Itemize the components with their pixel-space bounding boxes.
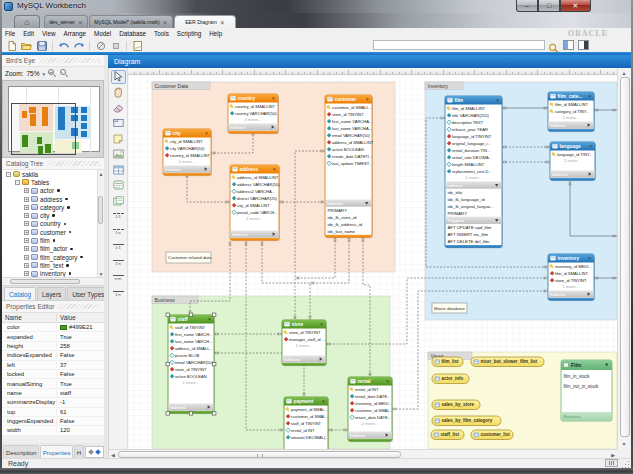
routine-group-tool-icon[interactable] (111, 194, 126, 208)
table-language[interactable]: languagelanguage_id TINY...2 more...Inde… (550, 142, 596, 181)
no-grid-icon[interactable] (94, 40, 107, 51)
table-store[interactable]: storestore_id TINYINTmanager_staff_id ..… (282, 320, 327, 366)
tree-expander-icon[interactable]: + (24, 246, 29, 251)
selection-handle[interactable] (166, 362, 169, 365)
tree-expander-icon[interactable]: + (24, 188, 29, 193)
tree-expander-icon[interactable]: + (24, 213, 29, 218)
tab-close-icon[interactable]: ✕ (163, 19, 168, 26)
tree-item-category[interactable]: +category (2, 203, 104, 211)
minimap-viewport[interactable] (11, 103, 76, 155)
tree-expander-icon[interactable]: + (24, 230, 29, 235)
tree-horizontal-scrollbar[interactable] (2, 277, 104, 285)
redo-icon[interactable] (72, 40, 85, 51)
table-film_cate[interactable]: film_cate...film_id SMALLINTcategory_id … (548, 92, 595, 132)
diagram-canvas[interactable]: Customer DataInventoryBusinessViewsCusto… (128, 75, 617, 449)
main-tab-eer-diagram[interactable]: EER Diagram✕ (174, 15, 236, 28)
open-folder-icon[interactable] (20, 40, 33, 51)
search-input[interactable] (373, 40, 545, 50)
tree-item-tables[interactable]: -Tables (2, 178, 104, 186)
view-actor_info[interactable]: actor_info (432, 374, 469, 384)
main-tab-mysql-model-sakila-mwb-[interactable]: MySQL Model* (sakila.mwb)✕ (89, 15, 173, 28)
toggle-output-icon[interactable] (578, 40, 589, 50)
property-row-color[interactable]: color#499E21 (2, 323, 104, 332)
selection-handle[interactable] (166, 313, 169, 316)
table-address[interactable]: addressaddress_id SMALLINTaddress VARCHA… (230, 165, 280, 241)
property-row-triggersExpanded[interactable]: triggersExpandedFalse (2, 417, 104, 426)
selection-handle[interactable] (166, 412, 169, 415)
property-row-expanded[interactable]: expandedTrue (2, 332, 104, 341)
tree-item-film_text[interactable]: +film_text (2, 261, 104, 269)
tree-expander-icon[interactable]: + (24, 197, 29, 202)
selection-handle[interactable] (189, 412, 192, 415)
table-customer[interactable]: customercustomer_id SMALL...store_id TIN… (325, 95, 374, 238)
note-movie-database[interactable]: Movie database (432, 303, 467, 313)
property-row-height[interactable]: height258 (2, 342, 104, 351)
table-inventory[interactable]: inventoryinventory_id MEDI...film_id SMA… (548, 254, 595, 301)
tree-expander-icon[interactable]: - (6, 172, 11, 177)
tab-close-icon[interactable]: ✕ (78, 19, 83, 26)
rel-1-n-solid-icon[interactable]: 1:n (111, 256, 126, 270)
panel-tab-layers[interactable]: Layers (37, 287, 66, 300)
property-row-top[interactable]: top61 (2, 408, 104, 417)
view-sales_by_store[interactable]: sales_by_store (432, 400, 480, 410)
rel-1-n-pick-icon[interactable]: 1:n (111, 287, 126, 301)
shrink-icon[interactable] (109, 40, 122, 51)
tree-item-address[interactable]: +address (2, 195, 104, 203)
property-row-indicesExpanded[interactable]: indicesExpandedFalse (2, 351, 104, 360)
property-row-summarizeDisplay[interactable]: summarizeDisplay-1 (2, 398, 104, 407)
tree-expander-icon[interactable]: - (15, 180, 20, 185)
nav-next-icon[interactable] (95, 449, 101, 455)
page-setup-icon[interactable] (131, 40, 144, 51)
minimize-button[interactable]: – (516, 0, 538, 12)
zoom-in-icon[interactable]: + (48, 69, 57, 78)
tree-expander-icon[interactable]: + (24, 263, 29, 268)
tab-close-icon[interactable]: ✕ (220, 19, 225, 26)
routine-group-film[interactable]: Filmfilm_in_stockfilm_not_in_stockRoutin… (561, 360, 612, 421)
history-nav-buttons[interactable] (85, 446, 104, 458)
tree-item-film[interactable]: +film (2, 236, 104, 244)
property-row-left[interactable]: left37 (2, 361, 104, 370)
note-customer-related-data[interactable]: Customer related data (166, 252, 212, 263)
zoom-value[interactable]: 75% (26, 70, 39, 77)
bottom-tab-h[interactable]: H (74, 445, 84, 458)
selection-handle[interactable] (213, 313, 216, 316)
view-staff_list[interactable]: staff_list (431, 430, 464, 440)
zoom-dropdown-arrow[interactable]: ▾ (42, 71, 45, 77)
table-country[interactable]: countrycountry_id SMALLINTcountry VARCHA… (228, 94, 279, 134)
table-city[interactable]: citycity_id SMALLINTcity VARCHAR(50)coun… (163, 129, 212, 176)
table-staff[interactable]: staffstaff_id TINYINTfirst_name VARCH...… (166, 313, 216, 415)
tree-item-film_category[interactable]: +film_category (2, 253, 104, 261)
selection-handle[interactable] (213, 362, 216, 365)
zoom-out-icon[interactable]: - (60, 69, 69, 78)
tree-item-city[interactable]: +city (2, 211, 104, 219)
tree-expander-icon[interactable]: + (24, 255, 29, 260)
view-customer_list[interactable]: customer_list (471, 430, 513, 440)
tree-item-sakila[interactable]: -sakila (2, 170, 104, 178)
property-row-manualSizing[interactable]: manualSizingTrue (2, 379, 104, 388)
tree-expander-icon[interactable]: + (24, 221, 29, 226)
tree-expander-icon[interactable]: + (24, 238, 29, 243)
diagram-tab[interactable]: Diagram (108, 55, 633, 68)
table-payment[interactable]: paymentpayment_id SMAL...customer_id SMA… (284, 397, 329, 449)
rel-n-m-icon[interactable]: n:m (111, 271, 126, 285)
tree-item-film_actor[interactable]: +film_actor (2, 245, 104, 253)
pane-layout-icon[interactable] (605, 459, 618, 467)
rel-1-1-solid-icon[interactable]: 1:1 (111, 240, 126, 254)
rel-1-1-dashed-icon[interactable]: 1:1 (111, 209, 126, 223)
save-icon[interactable] (35, 40, 48, 51)
selection-handle[interactable] (213, 412, 216, 415)
property-row-name[interactable]: namestaff (2, 389, 104, 398)
diagram-vertical-scrollbar[interactable]: ▲ ▼ (617, 68, 630, 449)
close-button[interactable]: ✕ (560, 0, 591, 12)
birds-eye-minimap[interactable] (2, 80, 104, 158)
view-film_list[interactable]: film_list (432, 357, 463, 367)
main-tab-dev-server[interactable]: dev_server✕ (44, 15, 88, 28)
toggle-sidebar-icon[interactable] (563, 40, 574, 50)
maximize-button[interactable]: □ (538, 0, 560, 12)
rel-1-n-dashed-icon[interactable]: 1:n (111, 225, 126, 239)
tree-expander-icon[interactable]: + (24, 271, 29, 276)
bottom-tab-description[interactable]: Description (3, 445, 39, 458)
table-film[interactable]: filmfilm_id SMALLINTtitle VARCHAR(255)de… (445, 96, 503, 248)
hand-tool-icon[interactable] (111, 85, 126, 99)
tree-expander-icon[interactable]: + (24, 205, 29, 210)
